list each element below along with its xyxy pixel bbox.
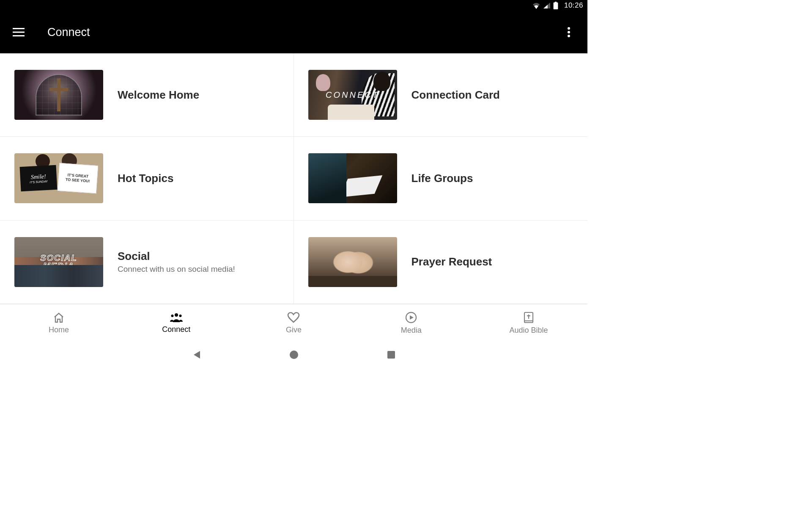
list-item-prayer-request[interactable]: Prayer Request	[294, 221, 588, 304]
nav-home[interactable]: Home	[0, 304, 118, 342]
svg-rect-1	[555, 2, 557, 3]
heart-icon	[287, 312, 300, 323]
play-circle-icon	[405, 312, 417, 323]
svg-point-10	[179, 315, 181, 317]
nav-label: Connect	[162, 325, 190, 334]
nav-connect[interactable]: Connect	[118, 304, 235, 342]
svg-rect-3	[13, 32, 25, 33]
svg-rect-0	[554, 3, 558, 9]
cell-signal-icon	[543, 2, 551, 9]
app-bar: Connect	[0, 11, 587, 53]
item-title: Welcome Home	[118, 88, 199, 102]
nav-audio-bible[interactable]: Audio Bible	[470, 304, 587, 342]
item-title: Connection Card	[411, 88, 500, 102]
thumbnail: CONNECT	[308, 70, 397, 120]
back-button[interactable]	[190, 348, 203, 361]
svg-point-6	[568, 31, 570, 33]
page-title: Connect	[47, 26, 560, 39]
circle-home-icon	[289, 350, 299, 360]
svg-rect-4	[13, 35, 25, 36]
thumbnail: SOCIAL MEDIA	[14, 237, 103, 287]
hamburger-icon	[13, 28, 25, 36]
square-recents-icon	[387, 350, 396, 359]
thumbnail-overlay-text: CONNECT	[308, 70, 397, 120]
android-soft-nav	[0, 342, 587, 367]
nav-label: Media	[401, 326, 422, 335]
svg-point-5	[568, 27, 570, 30]
list-item-welcome-home[interactable]: Welcome Home	[0, 53, 294, 137]
nav-label: Audio Bible	[510, 326, 548, 335]
nav-label: Give	[286, 326, 302, 334]
people-icon	[169, 312, 184, 323]
list-item-hot-topics[interactable]: Smile!IT'S SUNDAY IT'S GREATTO SEE YOU! …	[0, 137, 294, 220]
home-icon	[53, 312, 65, 323]
item-subtitle: Connect with us on social media!	[118, 265, 235, 274]
svg-point-9	[171, 315, 173, 317]
recents-button[interactable]	[385, 348, 398, 361]
list-item-life-groups[interactable]: Life Groups	[294, 137, 588, 220]
thumbnail	[14, 70, 103, 120]
list-item-connection-card[interactable]: CONNECT Connection Card	[294, 53, 588, 137]
bottom-nav: Home Connect Give Media Audio Bible	[0, 304, 587, 342]
svg-rect-17	[387, 351, 395, 359]
list-item-social[interactable]: SOCIAL MEDIA Social Connect with us on s…	[0, 221, 294, 304]
svg-point-7	[568, 35, 570, 37]
bible-icon	[523, 312, 534, 323]
thumbnail-overlay-text: SOCIAL MEDIA	[14, 237, 103, 287]
overflow-menu-button[interactable]	[560, 24, 577, 41]
thumbnail	[308, 237, 397, 287]
thumbnail: Smile!IT'S SUNDAY IT'S GREATTO SEE YOU!	[14, 153, 103, 203]
svg-point-8	[175, 313, 178, 317]
nav-give[interactable]: Give	[235, 304, 353, 342]
item-title: Prayer Request	[411, 255, 492, 268]
item-title: Life Groups	[411, 172, 473, 185]
triangle-back-icon	[192, 350, 202, 360]
wifi-icon	[532, 2, 540, 9]
svg-point-16	[290, 351, 298, 359]
thumbnail	[308, 153, 397, 203]
menu-button[interactable]	[10, 24, 27, 41]
more-vert-icon	[568, 27, 570, 37]
android-status-bar: 10:26	[0, 0, 587, 11]
nav-media[interactable]: Media	[352, 304, 470, 342]
item-title: Social	[118, 250, 235, 263]
home-button[interactable]	[288, 348, 300, 361]
item-title: Hot Topics	[118, 172, 173, 185]
battery-icon	[553, 2, 558, 9]
status-clock: 10:26	[564, 1, 583, 10]
nav-label: Home	[49, 326, 69, 334]
content-grid: Welcome Home CONNECT Connection Card Smi…	[0, 53, 587, 304]
svg-rect-2	[13, 28, 25, 29]
